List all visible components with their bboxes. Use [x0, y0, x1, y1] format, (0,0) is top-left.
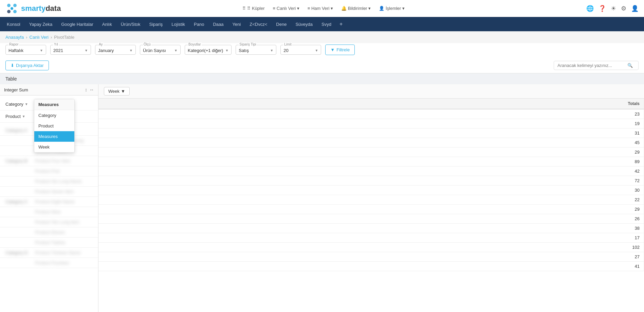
table-title: Table — [0, 73, 644, 84]
globe-icon[interactable]: 🌐 — [586, 5, 594, 12]
total-cell: 23 — [98, 109, 644, 119]
filter-limit-select[interactable]: 20 ▼ — [283, 46, 318, 54]
pivot-container: Integer Sum ↕ ↔ Category ▼ — [0, 84, 644, 312]
dimension-area: Category ▼ Product ▼ Measures Category — [0, 96, 98, 125]
svg-point-3 — [13, 10, 17, 13]
search-input[interactable] — [557, 63, 625, 68]
blurred-row-6: Product Six Long Name — [0, 176, 98, 187]
filter-limit-value: 20 — [283, 48, 288, 53]
filter-yil-label: Yıl — [53, 42, 59, 46]
nav-google-haritalar[interactable]: Google Haritalar — [57, 19, 97, 30]
nav-suveyda[interactable]: Süveyda — [291, 19, 317, 30]
week-label: Week — [108, 89, 119, 94]
blurred-row-7: Product Seven Item — [0, 187, 98, 197]
theme-icon[interactable]: ☀ — [611, 5, 616, 12]
nav-zdvcz[interactable]: Z<Dvcz< — [245, 19, 271, 30]
week-arrow: ▼ — [121, 89, 125, 94]
nav-bildirimler[interactable]: 🔔 Bildirimler ▾ — [341, 6, 371, 11]
total-cell: 29 — [98, 205, 644, 214]
filter-yil[interactable]: Yıl 2021 ▼ — [50, 45, 91, 55]
blurred-row-8: Category C Product Eight Name — [0, 197, 98, 207]
blurred-prod-8: Product Eight Name — [35, 199, 93, 204]
week-button[interactable]: Week ▼ — [104, 87, 130, 96]
logo-text: smartydata — [21, 4, 61, 13]
dropdown-item-week[interactable]: Week — [34, 142, 74, 152]
nav-daaa[interactable]: Daaa — [209, 19, 227, 30]
dropdown-item-product[interactable]: Product — [34, 121, 74, 131]
nav-islemler[interactable]: 👤 İşlemler ▾ — [379, 6, 405, 11]
filter-ay-label: Ay — [98, 42, 104, 46]
blurred-cat-4: Category B — [5, 158, 32, 163]
filter-boyutlar-select[interactable]: Kategori(+1 diğer) ▼ — [188, 46, 228, 54]
filter-olcu-value: Ürün Sayısı — [143, 48, 166, 53]
filter-boyutlar-value: Kategori(+1 diğer) — [188, 48, 223, 53]
resize-icon[interactable]: ↔ — [89, 87, 94, 92]
nav-dene[interactable]: Dene — [272, 19, 291, 30]
filter-rapor-select[interactable]: Haftalık ▼ — [8, 46, 43, 54]
breadcrumb-canli-veri[interactable]: Canlı Veri — [30, 35, 49, 40]
category-label: Category ▼ — [5, 102, 28, 107]
filter-siparis-tipi[interactable]: Sipariş Tipi Satış ▼ — [236, 45, 276, 55]
table-row: 31 — [98, 128, 644, 138]
filter-siparis-arrow: ▼ — [270, 49, 273, 52]
blurred-cat-13: Category D — [5, 250, 32, 255]
filter-ay-value: January — [98, 48, 114, 53]
blurred-prod-10: Product Ten Long Item — [35, 220, 93, 225]
blurred-row-11: Product Eleven — [0, 227, 98, 238]
blurred-prod-9: Product Nine — [35, 209, 93, 214]
logo: smartydata — [5, 2, 61, 15]
nav-anlik[interactable]: Anlık — [98, 19, 116, 30]
filter-rapor[interactable]: Rapor Haftalık ▼ — [5, 45, 46, 55]
filter-limit-label: Limit — [283, 42, 292, 46]
nav-lojistik[interactable]: Lojistik — [167, 19, 189, 30]
total-cell: 31 — [98, 128, 644, 138]
nav-urun-stok[interactable]: Ürün/Stok — [117, 19, 145, 30]
svg-point-0 — [7, 4, 11, 7]
export-button[interactable]: ⬇ Dışarıya Aktar — [5, 60, 49, 70]
filter-limit-arrow: ▼ — [315, 49, 318, 52]
table-row: 22 — [98, 195, 644, 205]
blurred-row-12: Product Twelve — [0, 238, 98, 248]
nav-yeni[interactable]: Yeni — [228, 19, 245, 30]
week-header: Week ▼ — [98, 84, 644, 99]
nav-pano[interactable]: Pano — [190, 19, 208, 30]
filter-ay[interactable]: Ay January ▼ — [95, 45, 136, 55]
filter-limit[interactable]: Limit 20 ▼ — [280, 45, 321, 55]
help-icon[interactable]: ❓ — [599, 5, 606, 12]
filtrele-label: Filtrele — [336, 47, 350, 52]
filter-olcu-select[interactable]: Ürün Sayısı ▼ — [143, 46, 178, 54]
left-blurred-data: Category A Product Name One Product Name… — [0, 125, 98, 312]
product-arrow[interactable]: ▼ — [22, 115, 25, 118]
filter-olcu[interactable]: Ölçü Ürün Sayısı ▼ — [140, 45, 181, 55]
data-table: Totals 231931452989427230222926381710227… — [98, 99, 644, 312]
settings-icon[interactable]: ⚙ — [621, 5, 626, 12]
nav-ham-veri[interactable]: ≡ Ham Veri ▾ — [308, 6, 333, 11]
filter-ay-select[interactable]: January ▼ — [98, 46, 133, 54]
nav-konsol[interactable]: Konsol — [3, 19, 24, 30]
breadcrumb-home[interactable]: Anasayfa — [5, 35, 24, 40]
top-nav: smartydata ⠿ ⠿ Küpler ≡ Canlı Veri ▾ ≡ H… — [0, 0, 644, 17]
nav-kupler[interactable]: ⠿ ⠿ Küpler — [242, 6, 264, 11]
sort-icon[interactable]: ↕ — [85, 87, 87, 92]
dropdown-item-category[interactable]: Category — [34, 110, 74, 121]
filters-row: Rapor Haftalık ▼ Yıl 2021 ▼ Ay January ▼… — [0, 43, 644, 58]
nav-yapay-zeka[interactable]: Yapay Zeka — [25, 19, 56, 30]
add-tab-button[interactable]: + — [336, 18, 346, 30]
nav-siparis[interactable]: Sipariş — [145, 19, 167, 30]
filter-rapor-value: Haftalık — [8, 48, 23, 53]
nav-canli-veri[interactable]: ≡ Canlı Veri ▾ — [273, 6, 299, 11]
filter-olcu-arrow: ▼ — [174, 49, 178, 52]
filtrele-button[interactable]: ▼ Filtrele — [325, 45, 355, 55]
product-label: Product ▼ — [5, 114, 25, 119]
breadcrumb-current: PivotTable — [54, 35, 74, 40]
category-arrow[interactable]: ▼ — [25, 102, 28, 106]
filter-yil-select[interactable]: 2021 ▼ — [53, 46, 88, 54]
blurred-prod-12: Product Twelve — [35, 240, 93, 245]
filter-yil-value: 2021 — [53, 48, 63, 53]
nav-svyd[interactable]: Svyd — [317, 19, 335, 30]
user-icon[interactable]: 👤 — [631, 5, 639, 12]
filter-siparis-select[interactable]: Satış ▼ — [239, 46, 273, 54]
filter-boyutlar[interactable]: Boyutlar Kategori(+1 diğer) ▼ — [185, 45, 232, 55]
dropdown-item-measures[interactable]: Measures — [34, 131, 74, 142]
export-label: Dışarıya Aktar — [16, 63, 44, 68]
